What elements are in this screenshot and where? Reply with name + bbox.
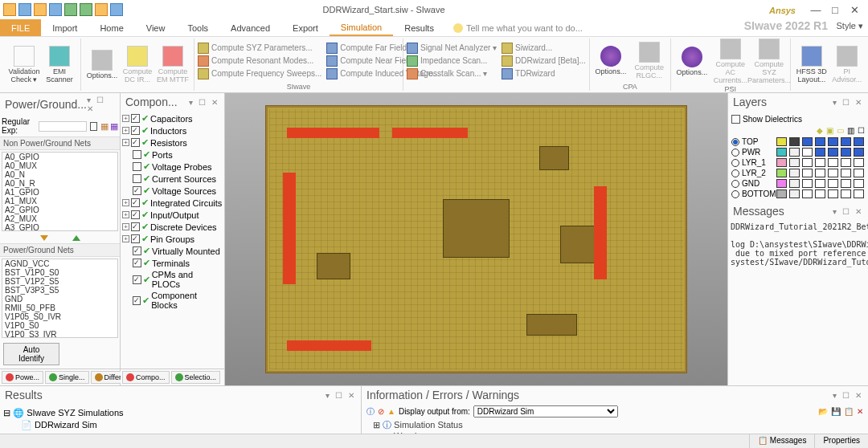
- net-item[interactable]: A2_MUX: [2, 214, 117, 223]
- filter-icon[interactable]: ▦: [100, 121, 108, 132]
- net-item[interactable]: V1P0_S3_IVR: [2, 330, 117, 338]
- layer-row[interactable]: LYR_1: [731, 157, 865, 168]
- style-dropdown[interactable]: Style ▾: [836, 21, 863, 31]
- net-item[interactable]: GND: [2, 295, 117, 303]
- component-type[interactable]: +✔Discrete Devices: [122, 221, 223, 233]
- psi-options-button[interactable]: Options...: [674, 47, 710, 77]
- tab-export[interactable]: Export: [281, 19, 330, 36]
- component-type[interactable]: ✔Terminals: [122, 257, 223, 269]
- net-item[interactable]: A3_GPIO: [2, 223, 117, 231]
- component-type[interactable]: ✔Voltage Sources: [122, 185, 223, 197]
- status-properties-tab[interactable]: Properties: [814, 434, 868, 448]
- show-dielectrics-check[interactable]: [731, 115, 740, 124]
- net-item[interactable]: A0_MUX: [2, 161, 117, 170]
- regexp-toggle[interactable]: [90, 122, 97, 131]
- tell-me-search[interactable]: Tell me what you want to do...: [453, 23, 583, 33]
- status-messages-tab[interactable]: 📋 Messages: [749, 434, 814, 448]
- panel-controls[interactable]: ▾ ☐ ✕: [833, 391, 863, 400]
- component-type[interactable]: ✔Virtually Mounted: [122, 245, 223, 257]
- pi-advisor-button[interactable]: PI Advisor...: [829, 46, 865, 84]
- pg-tab[interactable]: Single...: [45, 371, 89, 384]
- net-item[interactable]: A1_GPIO: [2, 188, 117, 197]
- tab-results[interactable]: Results: [393, 19, 445, 36]
- hfss-button[interactable]: HFSS 3D Layout...: [794, 46, 829, 84]
- panel-controls[interactable]: ▾ ☐ ✕: [189, 98, 219, 107]
- layer-row[interactable]: LYR_2: [731, 168, 865, 178]
- component-type[interactable]: +✔Capacitors: [122, 112, 223, 124]
- emi-scanner-button[interactable]: EMI Scanner: [42, 46, 77, 84]
- move-up-button[interactable]: [72, 235, 80, 241]
- qat-icon[interactable]: [80, 3, 92, 16]
- component-type[interactable]: ✔Voltage Probes: [122, 161, 223, 173]
- info-item[interactable]: ⊞ ⓘ Simulation Status: [373, 419, 868, 431]
- net-item[interactable]: A2_GPIO: [2, 206, 117, 214]
- tab-simulation[interactable]: Simulation: [330, 19, 393, 36]
- compute-freq-button[interactable]: Compute Frequency Sweeps...: [198, 67, 321, 80]
- component-type[interactable]: +✔Pin Groups: [122, 233, 223, 245]
- ddrwizard-button[interactable]: DDRwizard [Beta]...: [502, 55, 586, 67]
- save-icon[interactable]: 💾: [831, 407, 841, 416]
- component-type[interactable]: +✔Resistors: [122, 136, 223, 149]
- net-item[interactable]: A0_GPIO: [2, 153, 117, 161]
- panel-controls[interactable]: ▾ ☐ ✕: [833, 98, 863, 107]
- net-item[interactable]: BST_V1P0_S0: [2, 268, 117, 277]
- pg-tab[interactable]: Powe...: [2, 371, 43, 384]
- component-type[interactable]: ✔Component Blocks: [122, 290, 223, 311]
- open-icon[interactable]: 📂: [818, 407, 828, 416]
- crosstalk-scan-button[interactable]: Crosstalk Scan... ▾: [407, 67, 497, 80]
- pg-net-list[interactable]: AGND_VCCBST_V1P0_S0BST_V1P2_S5BST_V3P3_S…: [2, 259, 118, 338]
- qat-icon[interactable]: [3, 3, 16, 16]
- tab-advanced[interactable]: Advanced: [219, 19, 281, 36]
- layer-row[interactable]: BOTTOM: [731, 189, 865, 199]
- compute-ac-button[interactable]: Compute AC Currents...: [713, 39, 748, 85]
- cpa-options-button[interactable]: Options...: [593, 46, 628, 76]
- auto-identify-button[interactable]: Auto Identify: [3, 343, 59, 365]
- layer-row[interactable]: TOP: [731, 136, 865, 147]
- compute-psi-syz-button[interactable]: Compute SYZ Parameters...: [751, 39, 787, 85]
- component-type[interactable]: ✔Ports: [122, 149, 223, 161]
- qat-icon[interactable]: [110, 3, 123, 16]
- siwizard-button[interactable]: Siwizard...: [502, 42, 586, 55]
- component-tree[interactable]: +✔Capacitors+✔Inductors+✔Resistors✔Ports…: [121, 111, 224, 369]
- results-tree-item[interactable]: 📄 DDRwizard Sim: [3, 419, 358, 431]
- panel-controls[interactable]: ▾ ☐ ✕: [326, 391, 356, 400]
- validation-check-button[interactable]: Validation Check ▾: [6, 46, 42, 84]
- comp-tab[interactable]: Compo...: [122, 371, 170, 384]
- qat-icon[interactable]: [18, 3, 31, 16]
- component-type[interactable]: +✔Inductors: [122, 124, 223, 136]
- delete-icon[interactable]: ✕: [857, 407, 863, 416]
- net-item[interactable]: A0_N_R: [2, 179, 117, 188]
- results-tree-root[interactable]: ⊟ 🌐 SIwave SYZ Simulations: [3, 407, 358, 419]
- impedance-scan-button[interactable]: Impedance Scan...: [407, 55, 497, 67]
- component-type[interactable]: ✔CPMs and PLOCs: [122, 269, 223, 290]
- component-type[interactable]: +✔Input/Output: [122, 209, 223, 221]
- net-item[interactable]: V1P05_S0_IVR: [2, 312, 117, 321]
- layer-row[interactable]: PWR: [731, 147, 865, 157]
- compute-rlgc-button[interactable]: Compute RLGC...: [632, 42, 667, 80]
- qat-icon[interactable]: [95, 3, 108, 16]
- qat-icon[interactable]: [49, 3, 62, 16]
- tab-home[interactable]: Home: [88, 19, 134, 36]
- messages-text[interactable]: DDRWizard_Tutorial_2021R2_Beta\DD log D:…: [728, 220, 868, 269]
- compute-resonant-button[interactable]: Compute Resonant Modes...: [198, 55, 321, 67]
- qat-icon[interactable]: [64, 3, 77, 16]
- pcb-canvas[interactable]: [225, 93, 727, 385]
- filter-icon[interactable]: ▦: [110, 121, 118, 132]
- comp-tab[interactable]: Selectio...: [171, 371, 221, 384]
- close-button[interactable]: ✕: [847, 4, 862, 16]
- tab-import[interactable]: Import: [41, 19, 88, 36]
- component-type[interactable]: +✔Integrated Circuits: [122, 197, 223, 209]
- net-item[interactable]: AGND_VCC: [2, 259, 117, 268]
- net-item[interactable]: A0_N: [2, 170, 117, 179]
- file-tab[interactable]: FILE: [0, 19, 41, 36]
- component-type[interactable]: ✔Current Sources: [122, 173, 223, 185]
- signal-net-button[interactable]: Signal Net Analyzer ▾: [407, 42, 497, 55]
- panel-controls[interactable]: ▾ ☐ ✕: [833, 207, 863, 216]
- panel-controls[interactable]: ▾ ☐ ✕: [87, 96, 115, 113]
- qat-icon[interactable]: [34, 3, 47, 16]
- options-button[interactable]: Options...: [84, 50, 120, 80]
- tab-tools[interactable]: Tools: [176, 19, 219, 36]
- display-from-select[interactable]: DDRwizard Sim: [473, 405, 618, 417]
- net-item[interactable]: RMII_50_PFB: [2, 303, 117, 312]
- compute-mttf-button[interactable]: Compute EM MTTF: [155, 46, 190, 84]
